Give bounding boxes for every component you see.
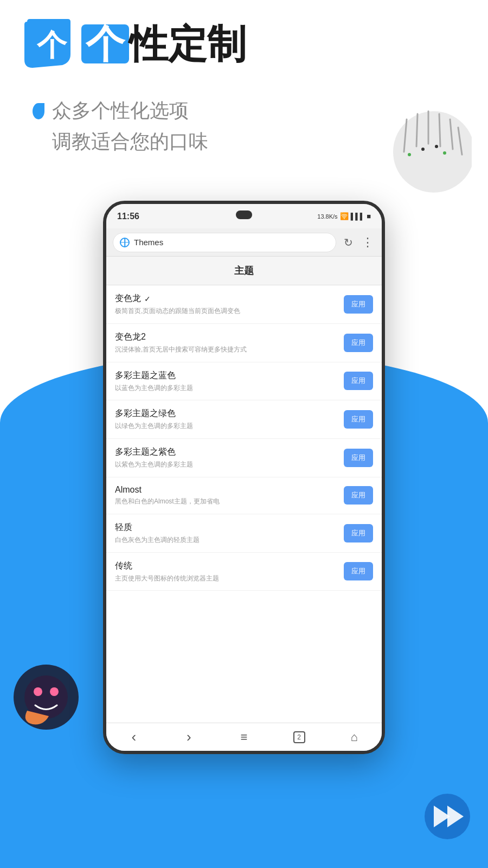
svg-line-5 bbox=[439, 114, 440, 146]
apply-button[interactable]: 应用 bbox=[344, 562, 373, 580]
theme-info: 多彩主题之蓝色以蓝色为主色调的多彩主题 bbox=[115, 370, 344, 393]
content-header: 主题 bbox=[106, 257, 382, 285]
svg-point-11 bbox=[443, 151, 446, 155]
theme-info: 传统主页使用大号图标的传统浏览器主题 bbox=[115, 560, 344, 583]
status-notch bbox=[236, 210, 252, 219]
theme-info: 多彩主题之绿色以绿色为主色调的多彩主题 bbox=[115, 408, 344, 431]
phone-frame: 11:56 13.8K/s 🛜 ▌▌▌ ■ Themes ↻ ⋮ 主题 bbox=[103, 201, 385, 754]
wifi-icon: 🛜 bbox=[340, 212, 349, 220]
header-area: 个 个性定制 bbox=[22, 16, 246, 71]
signal-icon: ▌▌▌ bbox=[351, 213, 365, 220]
theme-desc: 白色灰色为主色调的轻质主题 bbox=[115, 535, 344, 545]
tabs-count: 2 bbox=[293, 731, 305, 743]
svg-point-1 bbox=[393, 111, 472, 193]
theme-name: 多彩主题之绿色 bbox=[115, 408, 344, 419]
svg-point-15 bbox=[50, 687, 59, 696]
bottom-nav: ‹ › ≡ 2 ⌂ bbox=[106, 723, 382, 751]
theme-list-container: 变色龙 ✓极简首页,页面动态的跟随当前页面色调变色应用变色龙2沉浸体验,首页无居… bbox=[106, 285, 382, 591]
globe-icon bbox=[120, 238, 130, 247]
apply-button[interactable]: 应用 bbox=[344, 524, 373, 542]
deco-bottom-right bbox=[423, 792, 472, 841]
svg-line-3 bbox=[416, 114, 418, 146]
deco-top-right bbox=[374, 108, 472, 206]
apply-button[interactable]: 应用 bbox=[344, 372, 373, 390]
theme-item: 多彩主题之绿色以绿色为主色调的多彩主题应用 bbox=[106, 400, 382, 439]
svg-point-14 bbox=[34, 687, 42, 696]
theme-name: 变色龙 ✓ bbox=[115, 293, 344, 304]
theme-name: Almost bbox=[115, 485, 344, 495]
theme-name: 变色龙2 bbox=[115, 331, 344, 343]
svg-point-10 bbox=[435, 145, 438, 148]
theme-name: 轻质 bbox=[115, 522, 344, 533]
theme-item: 多彩主题之蓝色以蓝色为主色调的多彩主题应用 bbox=[106, 362, 382, 401]
menu-button[interactable]: ⋮ bbox=[360, 235, 375, 250]
theme-list: 变色龙 ✓极简首页,页面动态的跟随当前页面色调变色应用变色龙2沉浸体验,首页无居… bbox=[106, 285, 382, 723]
theme-name: 多彩主题之蓝色 bbox=[115, 370, 344, 381]
theme-desc: 黑色和白色的Almost主题，更加省电 bbox=[115, 497, 344, 506]
apply-button[interactable]: 应用 bbox=[344, 449, 373, 467]
browser-toolbar: Themes ↻ ⋮ bbox=[106, 228, 382, 257]
apply-button[interactable]: 应用 bbox=[344, 486, 373, 505]
status-bar: 11:56 13.8K/s 🛜 ▌▌▌ ■ bbox=[106, 204, 382, 228]
back-button[interactable]: ‹ bbox=[123, 726, 145, 748]
tabs-button[interactable]: 2 bbox=[288, 726, 310, 748]
subtitle-area: 众多个性化选项 调教适合您的口味 bbox=[33, 98, 208, 155]
theme-item: 变色龙2沉浸体验,首页无居中搜索可容纳更多快捷方式应用 bbox=[106, 324, 382, 362]
subtitle-line1: 众多个性化选项 bbox=[52, 98, 189, 124]
network-speed: 13.8K/s bbox=[317, 213, 337, 220]
theme-info: Almost黑色和白色的Almost主题，更加省电 bbox=[115, 485, 344, 506]
subtitle-leaf-icon bbox=[33, 103, 44, 119]
theme-desc: 极简首页,页面动态的跟随当前页面色调变色 bbox=[115, 307, 344, 316]
apply-button[interactable]: 应用 bbox=[344, 410, 373, 429]
subtitle-line2: 调教适合您的口味 bbox=[52, 130, 208, 152]
content-title: 主题 bbox=[234, 265, 254, 276]
logo-icon: 个 bbox=[22, 16, 76, 71]
theme-info: 变色龙2沉浸体验,首页无居中搜索可容纳更多快捷方式 bbox=[115, 331, 344, 354]
theme-item: 传统主页使用大号图标的传统浏览器主题应用 bbox=[106, 553, 382, 591]
forward-button[interactable]: › bbox=[178, 726, 200, 748]
url-bar[interactable]: Themes bbox=[113, 233, 336, 252]
battery-icon: ■ bbox=[367, 212, 371, 220]
theme-desc: 沉浸体验,首页无居中搜索可容纳更多快捷方式 bbox=[115, 345, 344, 354]
apply-button[interactable]: 应用 bbox=[344, 295, 373, 314]
theme-name: 传统 bbox=[115, 560, 344, 572]
page-title: 个性定制 bbox=[81, 24, 246, 63]
theme-desc: 以绿色为主色调的多彩主题 bbox=[115, 422, 344, 431]
home-button[interactable]: ⌂ bbox=[343, 726, 365, 748]
theme-info: 轻质白色灰色为主色调的轻质主题 bbox=[115, 522, 344, 545]
svg-text:个: 个 bbox=[36, 28, 68, 62]
check-mark-icon: ✓ bbox=[144, 295, 151, 303]
theme-info: 变色龙 ✓极简首页,页面动态的跟随当前页面色调变色 bbox=[115, 293, 344, 316]
theme-desc: 主页使用大号图标的传统浏览器主题 bbox=[115, 574, 344, 583]
theme-item: 多彩主题之紫色以紫色为主色调的多彩主题应用 bbox=[106, 439, 382, 477]
svg-point-8 bbox=[408, 153, 411, 156]
apply-button[interactable]: 应用 bbox=[344, 334, 373, 352]
deco-bottom-left bbox=[11, 662, 81, 732]
url-text: Themes bbox=[134, 238, 329, 247]
status-icons: 13.8K/s 🛜 ▌▌▌ ■ bbox=[317, 212, 371, 220]
theme-name: 多彩主题之紫色 bbox=[115, 446, 344, 458]
svg-point-9 bbox=[421, 148, 425, 151]
theme-desc: 以紫色为主色调的多彩主题 bbox=[115, 460, 344, 469]
refresh-button[interactable]: ↻ bbox=[341, 235, 356, 250]
theme-item: Almost黑色和白色的Almost主题，更加省电应用 bbox=[106, 477, 382, 514]
theme-item: 轻质白色灰色为主色调的轻质主题应用 bbox=[106, 514, 382, 553]
theme-item: 变色龙 ✓极简首页,页面动态的跟随当前页面色调变色应用 bbox=[106, 285, 382, 324]
menu-nav-button[interactable]: ≡ bbox=[233, 726, 255, 748]
status-time: 11:56 bbox=[117, 212, 139, 221]
theme-info: 多彩主题之紫色以紫色为主色调的多彩主题 bbox=[115, 446, 344, 469]
theme-desc: 以蓝色为主色调的多彩主题 bbox=[115, 384, 344, 393]
